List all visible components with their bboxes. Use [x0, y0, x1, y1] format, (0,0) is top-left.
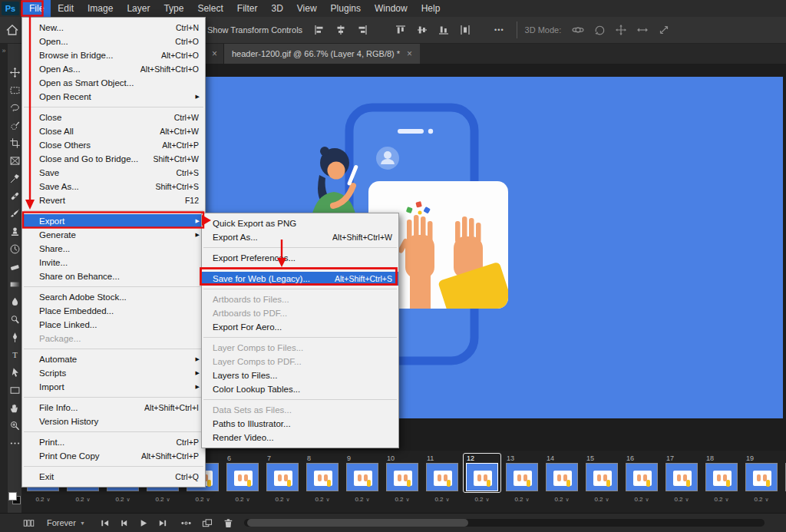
frame-thumb-wrap[interactable]: 19	[742, 453, 781, 493]
frame-delay-select[interactable]: 0.2∨	[103, 496, 143, 503]
tool-eyedropper[interactable]	[8, 170, 21, 187]
frame-thumb-wrap[interactable]: 16	[623, 453, 661, 493]
menu-item-import[interactable]: Import▶	[22, 380, 205, 394]
frame-thumb-wrap[interactable]: 12	[463, 453, 501, 493]
menu-item-share[interactable]: Share...	[22, 242, 205, 256]
menu-item-close-and-go-to-bridge[interactable]: Close and Go to Bridge...Shift+Ctrl+W	[22, 152, 205, 166]
menu-item-revert[interactable]: RevertF12	[22, 193, 205, 207]
timeline-frame-6[interactable]: 60.2∨	[223, 453, 263, 503]
document-tab-active[interactable]: header-1200.gif @ 66.7% (Layer 4, RGB/8)…	[224, 44, 420, 64]
frame-thumb-wrap[interactable]: 17	[662, 453, 701, 493]
frame-delay-select[interactable]: 0.2∨	[342, 496, 382, 503]
menu-item-print[interactable]: Print...Ctrl+P	[22, 435, 205, 449]
menu-item-open-recent[interactable]: Open Recent▶	[22, 90, 205, 104]
frame-delay-select[interactable]: 0.2∨	[702, 496, 741, 503]
tab-close-icon[interactable]: ×	[407, 48, 412, 59]
menu-item-save[interactable]: SaveCtrl+S	[22, 166, 205, 180]
tool-rectangle[interactable]	[8, 382, 21, 399]
menu-item-save-for-web-legacy[interactable]: Save for Web (Legacy)...Alt+Shift+Ctrl+S	[202, 272, 398, 286]
frame-thumbnail[interactable]	[546, 463, 578, 491]
frame-delay-select[interactable]: 0.2∨	[741, 496, 781, 503]
frame-thumbnail[interactable]	[346, 463, 378, 491]
tool-marquee[interactable]	[8, 81, 21, 99]
frame-thumb-wrap[interactable]: 8	[303, 453, 342, 493]
frame-thumbnail[interactable]	[266, 463, 299, 491]
tool-path-selection[interactable]	[8, 364, 21, 382]
tool-zoom[interactable]	[8, 417, 21, 435]
menu-item-export-preferences[interactable]: Export Preferences...	[202, 251, 398, 265]
frame-thumbnail[interactable]	[386, 463, 418, 491]
delete-frame-button[interactable]	[222, 518, 233, 528]
frame-delay-select[interactable]: 0.2∨	[502, 496, 542, 503]
timeline-frame-13[interactable]: 130.2∨	[502, 453, 542, 503]
tool-clone-stamp[interactable]	[8, 223, 21, 240]
frame-delay-select[interactable]: 0.2∨	[781, 496, 786, 503]
menu-item-new[interactable]: New...Ctrl+N	[22, 21, 205, 35]
timeline-frame-14[interactable]: 140.2∨	[542, 453, 582, 503]
menubar-item-view[interactable]: View	[290, 0, 324, 17]
menu-item-version-history[interactable]: Version History	[22, 415, 205, 428]
frame-thumb-wrap[interactable]: 14	[543, 453, 581, 493]
menu-item-search-adobe-stock[interactable]: Search Adobe Stock...	[22, 290, 205, 304]
tool-frame[interactable]	[8, 152, 21, 170]
3d-scale-button[interactable]	[658, 24, 670, 36]
3d-orbit-button[interactable]	[572, 24, 584, 36]
menu-item-quick-export-as-png[interactable]: Quick Export as PNG	[202, 216, 398, 230]
menubar-item-help[interactable]: Help	[414, 0, 447, 17]
menu-item-open[interactable]: Open...Ctrl+O	[22, 35, 205, 48]
menu-item-export-as[interactable]: Export As...Alt+Shift+Ctrl+W	[202, 230, 398, 244]
tween-button[interactable]	[180, 518, 192, 528]
align-bottom-button[interactable]	[438, 24, 450, 36]
menu-item-place-linked[interactable]: Place Linked...	[22, 318, 205, 332]
timeline-frame-16[interactable]: 160.2∨	[622, 453, 662, 503]
menubar-item-edit[interactable]: Edit	[51, 0, 81, 17]
frame-thumb-wrap[interactable]: 13	[503, 453, 541, 493]
menubar-item-layer[interactable]: Layer	[120, 0, 157, 17]
frame-delay-select[interactable]: 0.2∨	[462, 496, 502, 503]
menu-item-browse-in-bridge[interactable]: Browse in Bridge...Alt+Ctrl+O	[22, 48, 205, 62]
frame-thumbnail[interactable]	[226, 463, 259, 491]
menubar-item-filter[interactable]: Filter	[230, 0, 265, 17]
home-button[interactable]	[5, 23, 20, 37]
frame-thumb-wrap[interactable]: 9	[343, 453, 381, 493]
timeline-frame-18[interactable]: 180.2∨	[702, 453, 741, 503]
menu-item-paths-to-illustrator[interactable]: Paths to Illustrator...	[202, 417, 398, 431]
tool-gradient[interactable]	[8, 276, 21, 293]
menu-item-save-as[interactable]: Save As...Shift+Ctrl+S	[22, 180, 205, 193]
menu-item-close[interactable]: CloseCtrl+W	[22, 111, 205, 124]
timeline-frame-15[interactable]: 150.2∨	[582, 453, 622, 503]
frame-thumbnail[interactable]	[705, 463, 738, 491]
more-options-button[interactable]: •••	[494, 26, 504, 34]
menu-item-close-others[interactable]: Close OthersAlt+Ctrl+P	[22, 138, 205, 152]
timeline-scrollbar[interactable]	[244, 519, 765, 527]
frame-delay-select[interactable]: 0.2∨	[382, 496, 422, 503]
next-frame-button[interactable]	[157, 518, 168, 528]
menu-item-layers-to-files[interactable]: Layers to Files...	[202, 368, 398, 382]
panel-collapse-strip[interactable]: »	[0, 44, 8, 513]
align-top-button[interactable]	[395, 24, 407, 36]
align-right-button[interactable]	[356, 24, 368, 36]
menu-item-export[interactable]: Export▶	[22, 214, 205, 228]
menubar-item-window[interactable]: Window	[368, 0, 414, 17]
menu-item-print-one-copy[interactable]: Print One CopyAlt+Shift+Ctrl+P	[22, 449, 205, 463]
frame-thumb-wrap[interactable]: 15	[583, 453, 621, 493]
color-swatches[interactable]	[8, 492, 21, 505]
menu-item-scripts[interactable]: Scripts▶	[22, 366, 205, 380]
align-center-h-button[interactable]	[335, 24, 347, 36]
timeline-frame-8[interactable]: 80.2∨	[302, 453, 342, 503]
3d-pan-button[interactable]	[615, 24, 627, 36]
align-middle-v-button[interactable]	[416, 24, 428, 36]
frame-thumbnail[interactable]	[306, 463, 339, 491]
frame-delay-select[interactable]: 0.2∨	[223, 496, 263, 503]
timeline-frame-7[interactable]: 70.2∨	[263, 453, 302, 503]
collapse-chevrons-icon[interactable]: »	[2, 47, 5, 55]
menu-item-color-lookup-tables[interactable]: Color Lookup Tables...	[202, 382, 398, 396]
tool-dodge[interactable]	[8, 311, 21, 329]
menubar-item-plugins[interactable]: Plugins	[324, 0, 368, 17]
tool-type[interactable]: T	[8, 346, 21, 364]
menu-item-place-embedded[interactable]: Place Embedded...	[22, 304, 205, 318]
frame-thumb-wrap[interactable]: 20	[782, 453, 786, 493]
frame-delay-select[interactable]: 0.2∨	[662, 496, 702, 503]
frame-thumbnail[interactable]	[466, 463, 498, 491]
tab-close-icon[interactable]: ×	[212, 48, 217, 59]
